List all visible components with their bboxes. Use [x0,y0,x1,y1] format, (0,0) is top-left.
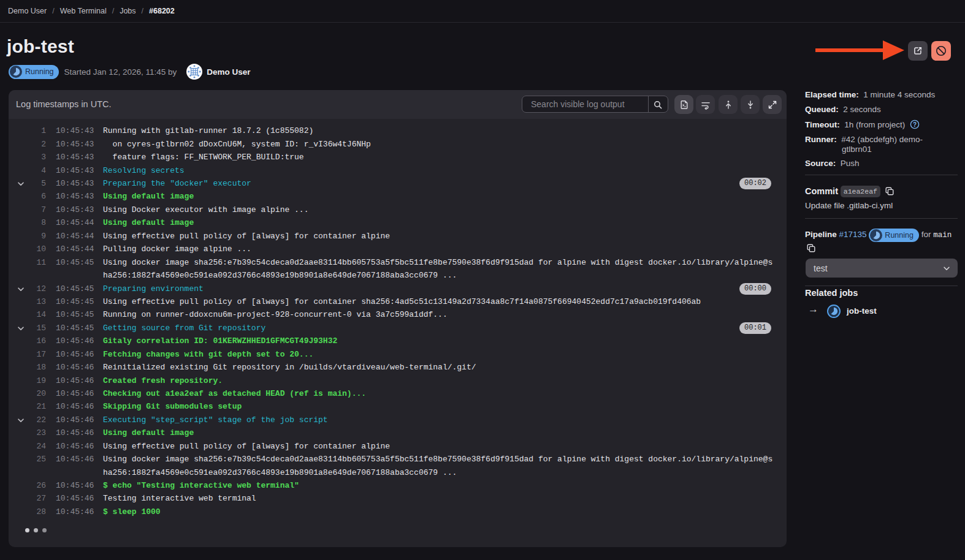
svg-text:?: ? [913,121,917,128]
